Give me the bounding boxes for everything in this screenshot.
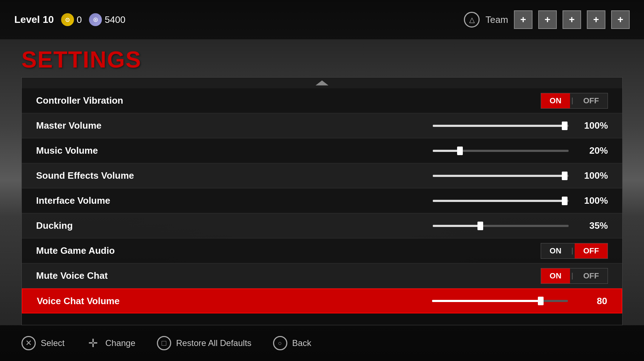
setting-row-controller_vibration[interactable]: Controller VibrationON|OFF <box>22 88 622 113</box>
toggle-mute_game_audio[interactable]: ON|OFF <box>541 243 608 259</box>
setting-control-music_volume: 20% <box>172 145 608 156</box>
slider-container-music_volume[interactable]: 20% <box>172 145 608 156</box>
toggle-off-mute_game_audio[interactable]: OFF <box>575 243 608 258</box>
setting-row-voice_chat_volume[interactable]: Voice Chat Volume80 <box>22 288 622 313</box>
team-plus-5[interactable]: + <box>611 10 630 29</box>
gems-display: ⊛ 5400 <box>89 13 125 26</box>
select-label: Select <box>41 338 65 348</box>
team-area: △ Team + + + + + <box>464 10 630 29</box>
toggle-divider-mute_game_audio: | <box>570 247 575 255</box>
slider-container-ducking[interactable]: 35% <box>172 220 608 231</box>
restore-label: Restore All Defaults <box>176 338 252 348</box>
change-label: Change <box>105 338 135 348</box>
toggle-mute_voice_chat[interactable]: ON|OFF <box>541 268 608 284</box>
toggle-controller_vibration[interactable]: ON|OFF <box>541 93 608 109</box>
slider-fill-ducking <box>433 225 480 227</box>
slider-thumb-music_volume[interactable] <box>457 147 463 155</box>
top-bar: Level 10 ⊙ 0 ⊛ 5400 △ Team + + + + + <box>0 0 644 39</box>
setting-row-mute_game_audio[interactable]: Mute Game AudioON|OFF <box>22 238 622 263</box>
team-plus-2[interactable]: + <box>538 10 557 29</box>
back-label: Back <box>292 338 311 348</box>
setting-label-ducking: Ducking <box>36 220 172 231</box>
slider-fill-interface_volume <box>433 200 565 202</box>
toggle-on-controller_vibration[interactable]: ON <box>541 93 570 108</box>
circle-icon: ○ <box>273 336 287 350</box>
setting-control-interface_volume: 100% <box>172 195 608 206</box>
page-title: SETTINGS <box>21 46 623 73</box>
team-plus-3[interactable]: + <box>563 10 581 29</box>
setting-control-mute_game_audio: ON|OFF <box>172 243 608 259</box>
action-back: ○ Back <box>273 336 311 350</box>
slider-container-sound_effects_volume[interactable]: 100% <box>172 170 608 181</box>
slider-thumb-master_volume[interactable] <box>562 122 568 130</box>
slider-thumb-ducking[interactable] <box>477 222 483 230</box>
setting-row-master_volume[interactable]: Master Volume100% <box>22 113 622 138</box>
cross-icon: ✕ <box>21 336 36 350</box>
slider-fill-voice_chat_volume <box>432 300 541 302</box>
slider-thumb-voice_chat_volume[interactable] <box>538 297 544 305</box>
setting-control-ducking: 35% <box>172 220 608 231</box>
slider-track-interface_volume <box>433 200 569 202</box>
level-label: Level 10 <box>14 14 54 25</box>
setting-label-interface_volume: Interface Volume <box>36 195 172 206</box>
setting-label-music_volume: Music Volume <box>36 145 172 156</box>
slider-container-master_volume[interactable]: 100% <box>172 120 608 131</box>
setting-label-controller_vibration: Controller Vibration <box>36 95 172 106</box>
setting-control-master_volume: 100% <box>172 120 608 131</box>
action-change: ✛ Change <box>86 336 135 350</box>
setting-row-interface_volume[interactable]: Interface Volume100% <box>22 188 622 213</box>
level-info: Level 10 ⊙ 0 ⊛ 5400 <box>14 13 464 26</box>
toggle-divider-controller_vibration: | <box>570 97 575 105</box>
square-icon: □ <box>157 336 171 350</box>
coins-display: ⊙ 0 <box>61 13 82 26</box>
gem-icon: ⊛ <box>89 13 102 26</box>
gems-value: 5400 <box>105 14 125 25</box>
slider-value-interface_volume: 100% <box>579 195 608 206</box>
setting-row-sound_effects_volume[interactable]: Sound Effects Volume100% <box>22 163 622 188</box>
slider-thumb-sound_effects_volume[interactable] <box>562 172 568 180</box>
toggle-divider-mute_voice_chat: | <box>570 272 575 280</box>
setting-control-mute_voice_chat: ON|OFF <box>172 268 608 284</box>
slider-value-music_volume: 20% <box>579 145 608 156</box>
team-plus-4[interactable]: + <box>587 10 605 29</box>
setting-row-ducking[interactable]: Ducking35% <box>22 213 622 238</box>
action-select: ✕ Select <box>21 336 65 350</box>
slider-container-voice_chat_volume[interactable]: 80 <box>173 296 607 307</box>
bottom-bar: ✕ Select ✛ Change □ Restore All Defaults… <box>0 325 644 361</box>
slider-value-voice_chat_volume: 80 <box>579 296 607 307</box>
team-icon: △ <box>464 12 480 28</box>
slider-container-interface_volume[interactable]: 100% <box>172 195 608 206</box>
slider-value-ducking: 35% <box>579 220 608 231</box>
setting-row-music_volume[interactable]: Music Volume20% <box>22 138 622 163</box>
slider-fill-sound_effects_volume <box>433 175 565 177</box>
toggle-on-mute_voice_chat[interactable]: ON <box>541 268 570 283</box>
setting-row-mute_voice_chat[interactable]: Mute Voice ChatON|OFF <box>22 263 622 288</box>
scroll-indicator-top <box>22 78 622 88</box>
setting-control-sound_effects_volume: 100% <box>172 170 608 181</box>
slider-value-sound_effects_volume: 100% <box>579 170 608 181</box>
scroll-up-arrow <box>316 80 328 85</box>
slider-fill-master_volume <box>433 125 565 127</box>
toggle-on-mute_game_audio[interactable]: ON <box>541 243 570 258</box>
settings-list: Controller VibrationON|OFFMaster Volume1… <box>22 88 622 325</box>
setting-label-mute_voice_chat: Mute Voice Chat <box>36 270 172 281</box>
settings-panel: Controller VibrationON|OFFMaster Volume1… <box>21 77 623 325</box>
setting-control-controller_vibration: ON|OFF <box>172 93 608 109</box>
action-restore: □ Restore All Defaults <box>157 336 252 350</box>
dpad-icon: ✛ <box>86 336 100 350</box>
setting-label-master_volume: Master Volume <box>36 120 172 131</box>
setting-label-voice_chat_volume: Voice Chat Volume <box>37 296 173 307</box>
toggle-off-controller_vibration[interactable]: OFF <box>575 93 608 108</box>
slider-track-sound_effects_volume <box>433 175 569 177</box>
toggle-off-mute_voice_chat[interactable]: OFF <box>575 268 608 283</box>
slider-fill-music_volume <box>433 150 460 152</box>
slider-track-voice_chat_volume <box>432 300 568 302</box>
slider-track-master_volume <box>433 125 569 127</box>
team-plus-1[interactable]: + <box>514 10 532 29</box>
setting-control-voice_chat_volume: 80 <box>173 296 607 307</box>
slider-track-ducking <box>433 225 569 227</box>
setting-label-sound_effects_volume: Sound Effects Volume <box>36 170 172 181</box>
team-label: Team <box>485 14 508 25</box>
slider-thumb-interface_volume[interactable] <box>562 197 568 205</box>
setting-label-mute_game_audio: Mute Game Audio <box>36 245 172 256</box>
